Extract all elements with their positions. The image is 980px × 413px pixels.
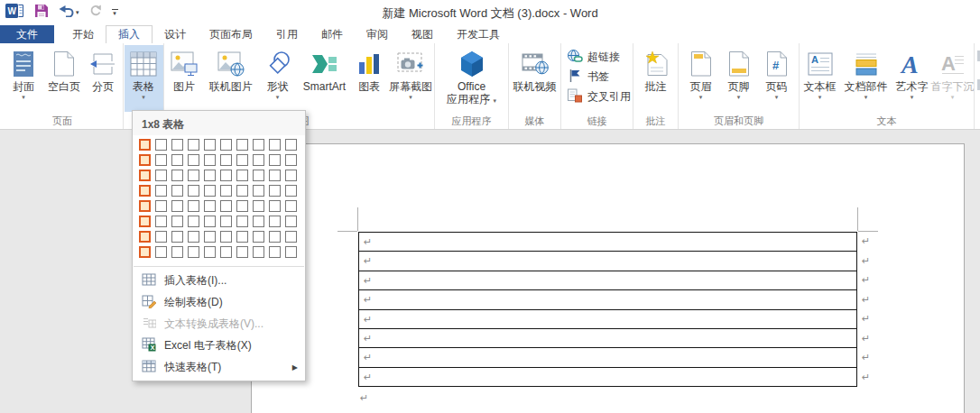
table-grid-cell[interactable] [188,170,199,181]
table-grid-cell[interactable] [188,200,199,212]
table-grid-cell[interactable] [269,154,281,166]
table-grid-cell[interactable] [220,216,232,227]
table-grid-cell[interactable] [253,170,264,181]
table-grid-cell[interactable] [220,231,232,243]
tab-references[interactable]: 引用 [264,25,310,43]
table-grid-cell[interactable] [204,154,216,166]
table-grid-cell[interactable] [269,246,281,258]
table-grid-cell[interactable] [269,216,281,227]
table-grid-cell[interactable] [139,170,151,181]
table-grid-cell[interactable] [155,154,167,166]
table-grid-cell[interactable] [188,185,199,197]
document-table-row[interactable]: ↵ [359,310,856,329]
table-grid-cell[interactable] [236,154,248,166]
table-grid-cell[interactable] [236,200,248,212]
table-grid-cell[interactable] [204,200,216,212]
tab-home[interactable]: 开始 [60,25,106,43]
table-grid-cell[interactable] [204,170,216,181]
table-grid-cell[interactable] [171,185,183,197]
table-grid-cell[interactable] [220,200,232,212]
table-grid-cell[interactable] [188,231,199,243]
footer-button[interactable]: 页脚 ▾ [720,45,758,112]
tab-insert[interactable]: 插入 [106,25,153,43]
chart-button[interactable]: 图表 [351,45,387,112]
table-grid-cell[interactable] [188,216,199,227]
table-grid-cell[interactable] [171,154,183,166]
table-grid-cell[interactable] [204,246,216,258]
table-grid-cell[interactable] [204,216,216,227]
tab-design[interactable]: 设计 [153,25,198,43]
table-grid-cell[interactable] [285,170,297,181]
table-grid-cell[interactable] [285,216,297,227]
table-grid-cell[interactable] [253,139,264,151]
table-grid-cell[interactable] [188,246,199,258]
table-grid-cell[interactable] [253,246,264,258]
office-apps-button[interactable]: Office 应用程序 ▾ [438,45,506,112]
screenshot-button[interactable]: 屏幕截图 ▾ [387,45,434,112]
table-grid-cell[interactable] [253,216,264,227]
table-grid-cell[interactable] [139,185,151,197]
table-grid-cell[interactable] [139,154,151,166]
table-grid-cell[interactable] [285,139,297,151]
table-grid-cell[interactable] [269,170,281,181]
save-button[interactable] [34,4,49,22]
table-grid-cell[interactable] [188,154,199,166]
header-button[interactable]: 页眉 ▾ [682,45,720,112]
tab-page-layout[interactable]: 页面布局 [198,25,264,43]
table-grid-cell[interactable] [253,185,264,197]
table-grid-cell[interactable] [269,139,281,151]
table-grid-cell[interactable] [285,231,297,243]
cover-page-button[interactable]: 封面 ▾ [4,45,43,112]
table-grid-cell[interactable] [285,246,297,258]
page-number-button[interactable]: # 页码 ▾ [758,45,796,112]
table-grid-cell[interactable] [171,231,183,243]
table-grid-cell[interactable] [155,170,167,181]
online-video-button[interactable]: 联机视频 [511,45,559,112]
quick-parts-button[interactable]: 文档部件 ▾ [840,45,892,112]
hyperlink-button[interactable]: 超链接 [563,47,634,67]
online-pictures-button[interactable]: 联机图片 [204,45,258,112]
table-grid-cell[interactable] [220,246,232,258]
menu-item-excel-spreadsheet[interactable]: X Excel 电子表格(X) [133,335,305,356]
undo-button[interactable]: ▾ [59,5,79,21]
table-grid-cell[interactable] [171,246,183,258]
table-grid-cell[interactable] [236,170,248,181]
table-grid-cell[interactable] [155,185,167,197]
table-grid-cell[interactable] [220,154,232,166]
menu-item-quick-tables[interactable]: 快速表格(T) ▶ [133,356,305,378]
table-grid-cell[interactable] [139,231,151,243]
table-grid-cell[interactable] [236,185,248,197]
table-grid-cell[interactable] [139,216,151,227]
table-button[interactable]: 表格 ▾ [125,45,163,112]
bookmark-button[interactable]: 书签 [563,67,634,87]
table-grid-cell[interactable] [220,170,232,181]
table-grid-cell[interactable] [285,200,297,212]
page-break-button[interactable]: 分页 [85,45,121,112]
document-table-row[interactable]: ↵ [359,252,856,271]
table-grid-cell[interactable] [139,139,151,151]
document-table-row[interactable]: ↵ [359,368,856,386]
pictures-button[interactable]: 图片 [164,45,204,112]
table-grid-cell[interactable] [253,231,264,243]
text-box-button[interactable]: A 文本框 ▾ [800,45,840,112]
table-grid-cell[interactable] [155,231,167,243]
table-grid-cell[interactable] [236,246,248,258]
shapes-button[interactable]: 形状 ▾ [258,45,298,112]
menu-item-draw-table[interactable]: 绘制表格(D) [133,291,305,313]
tab-review[interactable]: 审阅 [355,25,400,43]
table-grid-cell[interactable] [236,139,248,151]
table-grid-cell[interactable] [139,200,151,212]
table-grid-cell[interactable] [236,216,248,227]
table-grid-cell[interactable] [171,216,183,227]
table-grid-cell[interactable] [155,200,167,212]
document-table-row[interactable]: ↵ [359,329,856,348]
document-table[interactable]: ↵↵↵↵↵↵↵↵ [358,232,857,387]
table-grid-cell[interactable] [204,231,216,243]
new-comment-button[interactable]: 批注 [635,45,677,112]
table-grid-cell[interactable] [236,231,248,243]
table-grid-cell[interactable] [188,139,199,151]
table-grid-cell[interactable] [253,200,264,212]
cross-reference-button[interactable]: 交叉引用 [563,87,634,106]
menu-item-insert-table[interactable]: 插入表格(I)... [133,270,305,291]
tab-view[interactable]: 视图 [400,25,445,43]
